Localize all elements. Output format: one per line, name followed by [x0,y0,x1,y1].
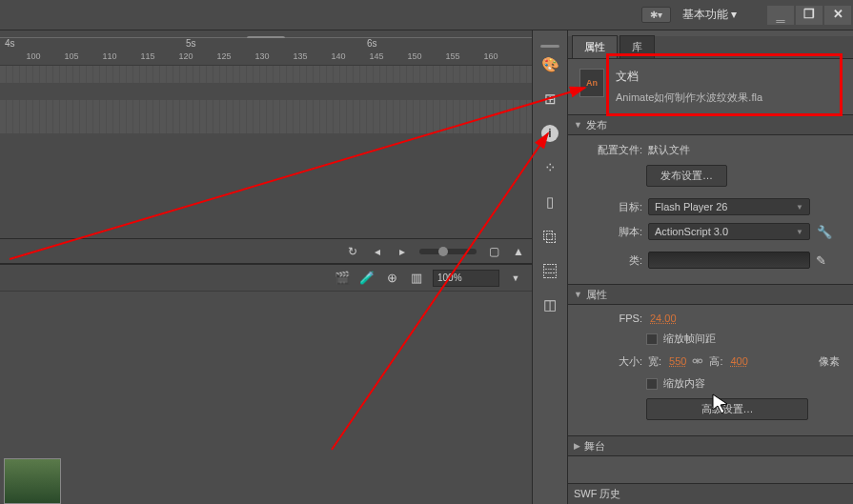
class-input[interactable] [648,252,810,269]
cursor-icon [711,393,740,412]
target-dropdown[interactable]: Flash Player 26▼ [648,198,810,215]
publish-section: 配置文件: 默认文件 发布设置… 目标: Flash Player 26▼ 脚本… [568,135,853,284]
restore-button[interactable]: ❐ [796,6,823,25]
camera-icon[interactable]: 🎬 [334,270,351,287]
dock-strip: 🎨 ⊞ i ⁘ ▯ ⿻ ⿳ ◫ [532,30,568,504]
grid-icon[interactable]: ⊞ [537,86,563,112]
scale-content-label: 缩放内容 [663,376,705,391]
scale-content-checkbox[interactable] [646,378,658,390]
pixel-label: 像素 [819,354,840,369]
document-info: An 文档 Animate如何制作水波纹效果.fla [568,59,853,114]
profile-label: 配置文件: [587,143,642,157]
prev-icon[interactable]: ◂ [370,244,385,259]
zoom-dropdown-icon[interactable]: ▼ [507,270,524,287]
stage-toolbar: 🎬 🧪 ⊕ ▥ 100% ▼ [0,265,532,292]
settings-gear-button[interactable]: ✱▾ [641,7,671,23]
target-label: 目标: [587,200,642,214]
tab-library[interactable]: 库 [619,35,655,58]
section-publish-header[interactable]: ▼ 发布 [568,114,853,135]
info-icon[interactable]: i [537,120,563,147]
stage-canvas[interactable] [0,292,532,504]
layout-icon[interactable]: ▯ [537,189,563,215]
chevron-down-icon: ▼ [574,290,582,299]
profile-value: 默认文件 [648,143,690,157]
props-section: FPS: 24.00 缩放帧间距 大小: 宽: 550 ⚮ 高: 400 像素 … [568,305,853,435]
loop-icon[interactable]: ↻ [345,244,360,259]
left-panel: 4s5s6s1001051101151201251301351401451501… [0,30,532,504]
transform-icon[interactable]: ◫ [537,292,563,318]
chain-icon[interactable]: ⚮ [692,353,703,369]
align-icon[interactable]: ⿻ [537,223,563,250]
section-stage-header[interactable]: ▶ 舞台 [568,435,853,456]
script-dropdown[interactable]: ActionScript 3.0▼ [648,223,810,240]
minimize-button[interactable]: ‗ [767,6,794,25]
timeline-panel: 4s5s6s1001051101151201251301351401451501… [0,30,532,264]
chevron-down-icon: ▼ [574,120,582,130]
height-value[interactable]: 400 [730,355,747,367]
close-button[interactable]: ✕ [824,6,851,25]
chevron-right-icon: ▶ [574,441,580,451]
section-properties-header[interactable]: ▼ 属性 [568,284,853,305]
timeline-slider[interactable] [419,249,477,254]
swatch-icon[interactable]: 🎨 [537,51,563,78]
wrench-icon[interactable]: 🔧 [816,223,833,240]
tab-properties[interactable]: 属性 [572,35,618,58]
document-icon: An [579,69,604,97]
document-label: 文档 [616,69,762,85]
zoom-out-icon[interactable]: ▢ [486,244,501,259]
bucket-icon[interactable]: 🧪 [358,270,376,287]
width-value[interactable]: 550 [669,355,686,367]
fps-label: FPS: [587,312,642,324]
script-label: 脚本: [587,225,642,239]
stage-zone: 🎬 🧪 ⊕ ▥ 100% ▼ [0,264,532,504]
scale-frame-checkbox[interactable] [646,333,658,345]
center-icon[interactable]: ⊕ [383,270,400,287]
distribute-icon[interactable]: ⿳ [537,257,563,284]
zoom-input[interactable]: 100% [433,270,499,287]
overflow-icon[interactable]: ▥ [408,270,425,287]
next-icon[interactable]: ▸ [395,244,410,259]
size-label: 大小: [587,354,642,369]
picture-icon[interactable]: ▲ [511,244,526,259]
timeline-controls: ↻ ◂ ▸ ▢ ▲ [0,238,532,263]
panel-tabs: 属性 库 [568,36,853,59]
document-filename: Animate如何制作水波纹效果.fla [616,91,762,105]
brush-icon[interactable]: ⁘ [537,154,563,181]
scale-frame-label: 缩放帧间距 [663,332,716,346]
pencil-icon[interactable]: ✎ [816,253,826,268]
publish-settings-button[interactable]: 发布设置… [646,165,727,187]
title-bar: ✱▾ 基本功能 ▾ ‗ ❐ ✕ [0,0,853,30]
fps-value[interactable]: 24.00 [650,312,677,324]
properties-panel: 属性 库 An 文档 Animate如何制作水波纹效果.fla ▼ 发布 配置文… [568,30,853,504]
workspace-switcher[interactable]: 基本功能 ▾ [682,7,737,23]
image-thumbnail[interactable] [4,458,61,504]
timeline-frames[interactable] [0,65,532,133]
section-swf-header[interactable]: SWF 历史 [568,483,853,504]
class-label: 类: [587,253,642,268]
timeline-ruler[interactable]: 4s5s6s1001051101151201251301351401451501… [0,38,532,65]
